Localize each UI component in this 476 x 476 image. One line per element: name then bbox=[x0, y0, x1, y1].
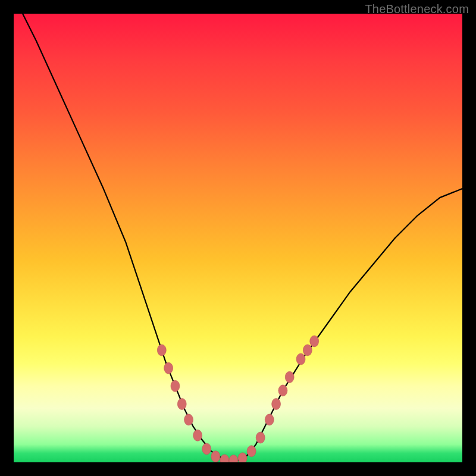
data-marker bbox=[184, 414, 193, 425]
data-marker bbox=[171, 380, 180, 392]
curve-path bbox=[23, 14, 462, 461]
watermark-text: TheBottleneck.com bbox=[365, 2, 469, 16]
data-marker bbox=[238, 453, 247, 462]
data-marker bbox=[256, 432, 265, 443]
data-marker bbox=[310, 336, 319, 347]
chart-svg bbox=[14, 14, 462, 462]
data-marker bbox=[202, 443, 211, 455]
data-marker bbox=[303, 345, 312, 356]
data-marker bbox=[265, 414, 274, 425]
data-marker bbox=[272, 398, 281, 409]
data-marker bbox=[193, 430, 202, 441]
chart-stage: TheBottleneck.com bbox=[0, 0, 476, 476]
plot-area bbox=[14, 14, 462, 462]
data-marker bbox=[157, 345, 166, 356]
data-marker bbox=[296, 353, 305, 365]
data-marker bbox=[278, 385, 287, 396]
data-marker bbox=[164, 362, 173, 374]
data-marker bbox=[285, 371, 294, 383]
data-marker bbox=[229, 455, 238, 462]
bottleneck-curve bbox=[23, 14, 462, 461]
data-marker bbox=[177, 398, 186, 409]
data-marker bbox=[211, 451, 220, 462]
marker-group bbox=[157, 336, 318, 462]
data-marker bbox=[220, 455, 229, 462]
data-marker bbox=[247, 446, 256, 457]
